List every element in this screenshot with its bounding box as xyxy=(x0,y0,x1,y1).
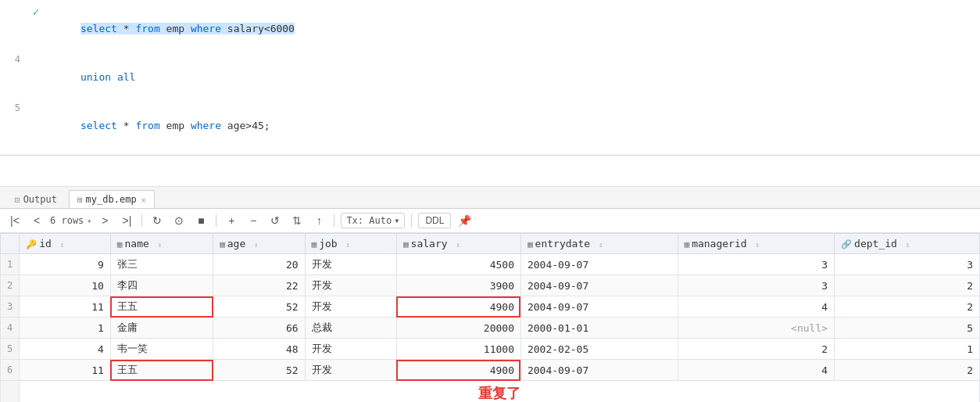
row-number-5: 5 xyxy=(1,339,20,360)
cell-entrydate[interactable]: 2004-09-07 xyxy=(520,296,678,318)
result-toolbar: |< < 6 rows ▾ > >| ↻ ⊙ ■ + − ↺ ⇅ ↑ Tx: A… xyxy=(0,209,980,233)
cell-managerid[interactable]: 4 xyxy=(678,296,835,318)
ddl-button[interactable]: DDL xyxy=(418,213,451,228)
result-table: 🔑id ⇕ ▦name ⇕ ▦age ⇕ ▦job ⇕ xyxy=(0,233,980,402)
cell-job[interactable]: 开发 xyxy=(305,275,396,296)
cell-managerid[interactable]: 3 xyxy=(678,254,835,275)
revert-button[interactable]: ↺ xyxy=(266,212,284,229)
col-header-job[interactable]: ▦job ⇕ xyxy=(305,234,396,254)
cell-job[interactable]: 开发 xyxy=(305,296,396,318)
line-number: 4 xyxy=(0,54,28,65)
cell-dept-id[interactable]: 2 xyxy=(835,275,980,296)
col-header-entrydate[interactable]: ▦entrydate ⇕ xyxy=(520,234,678,254)
tx-label: Tx: Auto xyxy=(346,215,392,226)
separator-3 xyxy=(334,214,334,227)
cell-managerid-null[interactable]: <null> xyxy=(678,318,835,339)
first-row-button[interactable]: |< xyxy=(6,212,23,229)
row-number-4: 4 xyxy=(1,318,20,339)
cell-name[interactable]: 韦一笑 xyxy=(110,339,213,360)
history-button[interactable]: ⊙ xyxy=(170,212,188,229)
row-number-1: 1 xyxy=(1,254,20,275)
tab-output[interactable]: ⊡ Output xyxy=(6,190,66,208)
tab-table[interactable]: ⊞ my_db.emp ✕ xyxy=(69,190,155,208)
separator-4 xyxy=(411,214,412,227)
col-header-name[interactable]: ▦name ⇕ xyxy=(110,234,213,254)
sort-icon-salary: ⇕ xyxy=(456,241,460,249)
cell-name-highlight[interactable]: 王五 xyxy=(110,360,213,381)
col-header-managerid[interactable]: ▦managerid ⇕ xyxy=(678,234,835,254)
col-header-dept-id[interactable]: 🔗dept_id ⇕ xyxy=(835,234,980,254)
cell-dept-id[interactable]: 5 xyxy=(835,318,980,339)
add-row-button[interactable]: + xyxy=(223,212,240,229)
cell-managerid[interactable]: 4 xyxy=(678,360,835,381)
sql-editor[interactable]: ✓ select * from emp where salary<6000 4 … xyxy=(0,0,980,156)
cell-age[interactable]: 22 xyxy=(213,275,305,296)
cell-salary-highlight[interactable]: 4900 xyxy=(396,360,520,381)
prev-page-button[interactable]: < xyxy=(28,212,45,229)
pin-button[interactable]: 📌 xyxy=(456,212,473,229)
cell-entrydate[interactable]: 2000-01-01 xyxy=(520,318,678,339)
stop-button[interactable]: ■ xyxy=(192,212,209,229)
cell-id[interactable]: 9 xyxy=(20,254,111,275)
submit-button[interactable]: ↑ xyxy=(310,212,327,229)
cell-dept-id[interactable]: 2 xyxy=(835,296,980,318)
cell-salary[interactable]: 4500 xyxy=(396,254,520,275)
next-page-button[interactable]: > xyxy=(96,212,113,229)
annotation-row: 重复了 xyxy=(1,381,980,403)
line-code: select * from emp where age>45; xyxy=(44,102,980,149)
cell-name[interactable]: 张三 xyxy=(110,254,213,275)
cell-entrydate[interactable]: 2002-02-05 xyxy=(520,339,678,360)
cell-job[interactable]: 开发 xyxy=(305,254,396,275)
col-icon-age: ▦ xyxy=(220,239,225,249)
cell-id[interactable]: 10 xyxy=(20,275,111,296)
cell-job[interactable]: 开发 xyxy=(305,339,396,360)
cell-name-highlight[interactable]: 王五 xyxy=(110,296,213,318)
result-panel: ⊡ Output ⊞ my_db.emp ✕ |< < 6 rows ▾ > >… xyxy=(0,187,980,402)
cell-age[interactable]: 48 xyxy=(213,339,305,360)
refresh-button[interactable]: ↻ xyxy=(148,212,166,229)
delete-row-button[interactable]: − xyxy=(245,212,262,229)
tab-close-button[interactable]: ✕ xyxy=(141,196,146,204)
cell-managerid[interactable]: 2 xyxy=(678,339,835,360)
separator-1 xyxy=(141,214,142,227)
editor-line-3: ✓ select * from emp where salary<6000 xyxy=(0,5,980,53)
cell-dept-id[interactable]: 3 xyxy=(835,254,980,275)
cell-entrydate[interactable]: 2004-09-07 xyxy=(520,254,678,275)
cell-age[interactable]: 66 xyxy=(213,318,305,339)
cell-age[interactable]: 52 xyxy=(213,360,305,381)
cell-salary[interactable]: 11000 xyxy=(396,339,520,360)
cell-age[interactable]: 20 xyxy=(213,254,305,275)
cell-job[interactable]: 总裁 xyxy=(305,318,396,339)
cell-name[interactable]: 金庸 xyxy=(110,318,213,339)
data-table-wrap: 🔑id ⇕ ▦name ⇕ ▦age ⇕ ▦job ⇕ xyxy=(0,233,980,402)
cell-job[interactable]: 开发 xyxy=(305,360,396,381)
col-header-id[interactable]: 🔑id ⇕ xyxy=(20,234,111,254)
col-header-age[interactable]: ▦age ⇕ xyxy=(213,234,305,254)
table-header-row: 🔑id ⇕ ▦name ⇕ ▦age ⇕ ▦job ⇕ xyxy=(1,234,980,254)
cell-entrydate[interactable]: 2004-09-07 xyxy=(520,275,678,296)
cell-dept-id[interactable]: 1 xyxy=(835,339,980,360)
last-row-button[interactable]: >| xyxy=(118,212,135,229)
output-icon: ⊡ xyxy=(15,195,20,205)
cell-salary[interactable]: 20000 xyxy=(396,318,520,339)
cell-age[interactable]: 52 xyxy=(213,296,305,318)
cell-name[interactable]: 李四 xyxy=(110,275,213,296)
editor-line-4: 4 union all xyxy=(0,53,980,102)
cell-id[interactable]: 1 xyxy=(20,318,111,339)
cell-salary-highlight[interactable]: 4900 xyxy=(396,296,520,318)
cell-id[interactable]: 11 xyxy=(20,296,111,318)
table-row-highlighted-duplicate: 6 11 王五 52 开发 4900 2004-09-07 4 2 xyxy=(1,360,980,381)
col-header-salary[interactable]: ▦salary ⇕ xyxy=(396,234,520,254)
cell-managerid[interactable]: 3 xyxy=(678,275,835,296)
col-icon-job: ▦ xyxy=(312,239,317,249)
tx-dropdown[interactable]: Tx: Auto ▾ xyxy=(341,213,405,228)
cell-salary[interactable]: 3900 xyxy=(396,275,520,296)
cell-entrydate[interactable]: 2004-09-07 xyxy=(520,360,678,381)
line-code: union all xyxy=(44,54,980,101)
cell-dept-id[interactable]: 2 xyxy=(835,360,980,381)
cell-id[interactable]: 11 xyxy=(20,360,111,381)
apply-button[interactable]: ⇅ xyxy=(288,212,306,229)
rows-info[interactable]: 6 rows ▾ xyxy=(50,215,91,226)
table-icon: ⊞ xyxy=(77,195,83,205)
cell-id[interactable]: 4 xyxy=(20,339,111,360)
